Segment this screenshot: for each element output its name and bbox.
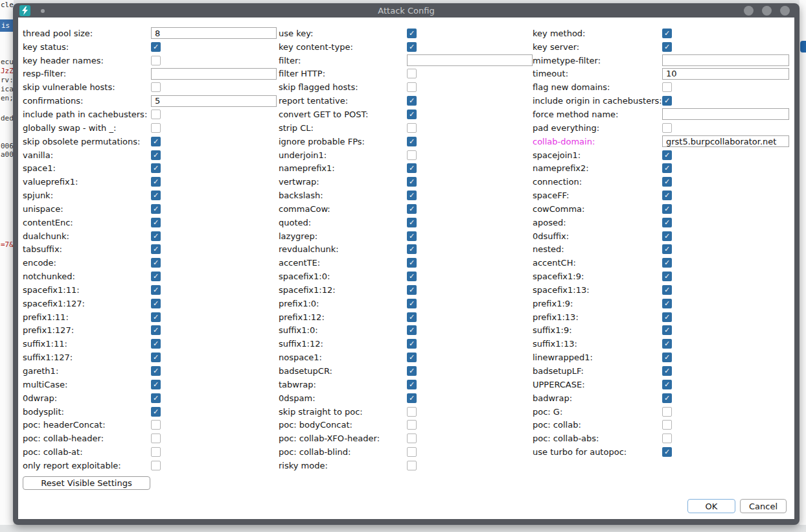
checkbox-checked[interactable]: ✓: [151, 42, 161, 52]
checkbox-checked[interactable]: ✓: [407, 244, 417, 254]
checkbox-checked[interactable]: ✓: [151, 272, 161, 281]
checkbox-unchecked[interactable]: [151, 123, 161, 133]
checkbox-checked[interactable]: ✓: [407, 339, 417, 349]
checkbox-unchecked[interactable]: [662, 82, 672, 92]
checkbox-unchecked[interactable]: [407, 82, 417, 92]
checkbox-checked[interactable]: ✓: [151, 191, 161, 200]
checkbox-checked[interactable]: ✓: [151, 177, 161, 187]
checkbox-checked[interactable]: ✓: [151, 407, 161, 417]
text-field[interactable]: [662, 68, 789, 80]
checkbox-checked[interactable]: ✓: [662, 29, 672, 38]
reset-visible-settings-button[interactable]: Reset Visible Settings: [23, 476, 150, 490]
checkbox-checked[interactable]: ✓: [407, 393, 417, 403]
checkbox-checked[interactable]: ✓: [662, 191, 672, 200]
text-field[interactable]: [151, 27, 277, 39]
checkbox-checked[interactable]: ✓: [151, 380, 161, 389]
checkbox-unchecked[interactable]: [151, 82, 161, 92]
dialog-titlebar[interactable]: Attack Config: [13, 3, 800, 17]
checkbox-checked[interactable]: ✓: [407, 29, 417, 38]
checkbox-unchecked[interactable]: [407, 420, 417, 430]
cancel-button[interactable]: Cancel: [740, 499, 787, 513]
checkbox-unchecked[interactable]: [151, 434, 161, 443]
text-field[interactable]: [662, 108, 789, 120]
checkbox-checked[interactable]: ✓: [662, 339, 672, 349]
text-field[interactable]: [662, 135, 789, 147]
checkbox-checked[interactable]: ✓: [662, 244, 672, 254]
checkbox-unchecked[interactable]: [151, 447, 161, 457]
checkbox-checked[interactable]: ✓: [407, 110, 417, 119]
checkbox-unchecked[interactable]: [407, 461, 417, 470]
checkbox-checked[interactable]: ✓: [407, 258, 417, 268]
checkbox-checked[interactable]: ✓: [407, 285, 417, 295]
checkbox-checked[interactable]: ✓: [151, 231, 161, 241]
checkbox-checked[interactable]: ✓: [151, 137, 161, 146]
checkbox-unchecked[interactable]: [662, 420, 672, 430]
checkbox-checked[interactable]: ✓: [662, 150, 672, 160]
checkbox-checked[interactable]: ✓: [407, 231, 417, 241]
checkbox-checked[interactable]: ✓: [151, 299, 161, 308]
checkbox-checked[interactable]: ✓: [151, 258, 161, 268]
checkbox-checked[interactable]: ✓: [662, 96, 672, 106]
checkbox-checked[interactable]: ✓: [662, 380, 672, 389]
checkbox-checked[interactable]: ✓: [662, 204, 672, 214]
checkbox-unchecked[interactable]: [407, 150, 417, 160]
checkbox-checked[interactable]: ✓: [407, 380, 417, 389]
checkbox-unchecked[interactable]: [407, 447, 417, 457]
checkbox-unchecked[interactable]: [151, 110, 161, 119]
checkbox-checked[interactable]: ✓: [151, 163, 161, 173]
checkbox-checked[interactable]: ✓: [662, 299, 672, 308]
checkbox-unchecked[interactable]: [407, 69, 417, 78]
checkbox-checked[interactable]: ✓: [407, 96, 417, 106]
checkbox-checked[interactable]: ✓: [407, 299, 417, 308]
checkbox-checked[interactable]: ✓: [662, 272, 672, 281]
checkbox-checked[interactable]: ✓: [662, 285, 672, 295]
checkbox-checked[interactable]: ✓: [151, 204, 161, 214]
text-field[interactable]: [662, 54, 789, 66]
checkbox-checked[interactable]: ✓: [151, 285, 161, 295]
ok-button[interactable]: OK: [687, 499, 735, 513]
checkbox-checked[interactable]: ✓: [662, 447, 672, 457]
checkbox-checked[interactable]: ✓: [662, 177, 672, 187]
checkbox-unchecked[interactable]: [662, 407, 672, 417]
checkbox-checked[interactable]: ✓: [407, 353, 417, 362]
checkbox-checked[interactable]: ✓: [151, 353, 161, 362]
checkbox-checked[interactable]: ✓: [151, 325, 161, 335]
checkbox-unchecked[interactable]: [407, 434, 417, 443]
checkbox-unchecked[interactable]: [662, 123, 672, 133]
window-control-circle[interactable]: [762, 6, 772, 16]
checkbox-unchecked[interactable]: [151, 56, 161, 65]
checkbox-checked[interactable]: ✓: [151, 312, 161, 322]
checkbox-checked[interactable]: ✓: [407, 137, 417, 146]
checkbox-checked[interactable]: ✓: [407, 163, 417, 173]
checkbox-checked[interactable]: ✓: [151, 339, 161, 349]
checkbox-checked[interactable]: ✓: [151, 393, 161, 403]
window-control-circle[interactable]: [780, 6, 790, 16]
checkbox-unchecked[interactable]: [407, 123, 417, 133]
checkbox-checked[interactable]: ✓: [662, 218, 672, 227]
checkbox-checked[interactable]: ✓: [407, 325, 417, 335]
checkbox-checked[interactable]: ✓: [407, 366, 417, 376]
checkbox-unchecked[interactable]: [407, 407, 417, 417]
checkbox-unchecked[interactable]: [151, 420, 161, 430]
checkbox-checked[interactable]: ✓: [662, 393, 672, 403]
checkbox-checked[interactable]: ✓: [407, 272, 417, 281]
checkbox-checked[interactable]: ✓: [662, 312, 672, 322]
text-field[interactable]: [151, 95, 277, 107]
checkbox-checked[interactable]: ✓: [407, 191, 417, 200]
checkbox-checked[interactable]: ✓: [407, 218, 417, 227]
checkbox-checked[interactable]: ✓: [662, 163, 672, 173]
text-field[interactable]: [151, 68, 277, 80]
checkbox-checked[interactable]: ✓: [151, 150, 161, 160]
checkbox-checked[interactable]: ✓: [662, 42, 672, 52]
checkbox-checked[interactable]: ✓: [407, 177, 417, 187]
checkbox-checked[interactable]: ✓: [151, 366, 161, 376]
checkbox-checked[interactable]: ✓: [407, 42, 417, 52]
text-field[interactable]: [407, 54, 533, 66]
checkbox-checked[interactable]: ✓: [662, 366, 672, 376]
checkbox-unchecked[interactable]: [662, 434, 672, 443]
checkbox-checked[interactable]: ✓: [151, 218, 161, 227]
checkbox-checked[interactable]: ✓: [662, 325, 672, 335]
checkbox-checked[interactable]: ✓: [407, 312, 417, 322]
checkbox-unchecked[interactable]: [151, 461, 161, 470]
checkbox-checked[interactable]: ✓: [662, 353, 672, 362]
